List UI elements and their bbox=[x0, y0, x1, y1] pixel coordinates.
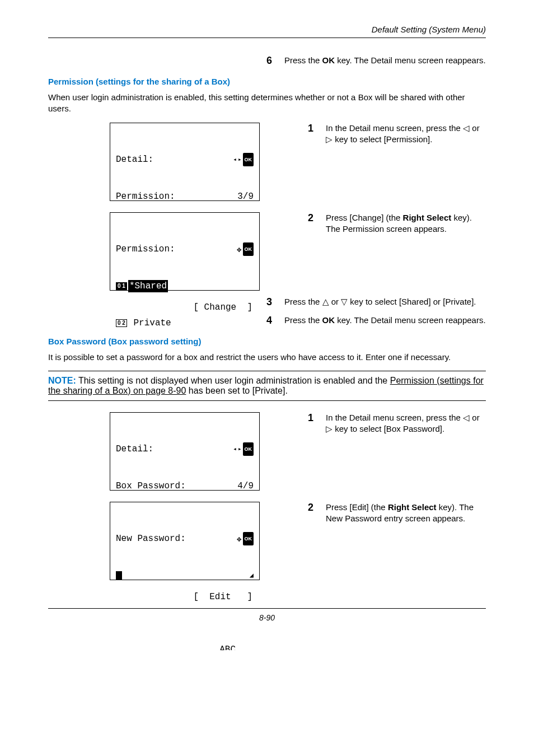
ok-icon: OK bbox=[243, 442, 254, 456]
perm-step-3-text: Press the △ or ▽ key to select [Shared] … bbox=[284, 296, 476, 307]
nav-diamond-icon: ✥ bbox=[237, 535, 241, 543]
lcd-new-password: New Password: ✥OK ◢ ABC [ Text ] bbox=[110, 502, 260, 580]
option-num-1: 0 1 bbox=[116, 282, 127, 290]
perm-step-2-num: 2 bbox=[308, 212, 318, 224]
lcd-detail-permission: Detail: ◂▸OK Permission: 3/9 Shared [ Ch… bbox=[110, 123, 260, 201]
ok-icon: OK bbox=[243, 153, 254, 166]
boxpw-desc: It is possible to set a password for a b… bbox=[48, 352, 486, 363]
option-num-2: 0 2 bbox=[116, 319, 127, 327]
boxpw-step-2-text: Press [Edit] (the Right Select key). The… bbox=[326, 502, 486, 525]
perm-step-1-num: 1 bbox=[308, 123, 318, 134]
mode-label: ABC bbox=[219, 643, 252, 650]
lcd-permission-list: Permission: ✥OK 0 1*Shared 0 2 Private bbox=[110, 212, 260, 291]
perm-step-2-text: Press [Change] (the Right Select key). T… bbox=[326, 212, 486, 235]
header-rule bbox=[48, 38, 486, 38]
nav-diamond-icon: ✥ bbox=[237, 246, 241, 254]
boxpw-step-2-num: 2 bbox=[308, 502, 318, 514]
step-6-text: Press the OK key. The Detail menu screen… bbox=[284, 55, 486, 66]
option-shared: *Shared bbox=[128, 280, 168, 292]
boxpw-step-1-num: 1 bbox=[308, 412, 318, 424]
boxpw-step-1-text: In the Detail menu screen, press the ◁ o… bbox=[326, 412, 486, 435]
perm-step-3-num: 3 bbox=[266, 296, 277, 308]
ok-icon: OK bbox=[243, 532, 254, 545]
ok-icon: OK bbox=[243, 242, 254, 256]
permission-heading: Permission (settings for the sharing of … bbox=[48, 77, 486, 86]
lcd-detail-boxpw: Detail: ◂▸OK Box Password: 4/9 ●●●●●●●●●… bbox=[110, 412, 260, 491]
page-number: 8-90 bbox=[48, 613, 486, 622]
down-arrow-icon: ◢ bbox=[250, 570, 254, 582]
step-number-6: 6 bbox=[266, 55, 277, 67]
cursor-icon bbox=[116, 571, 122, 580]
perm-step-4-num: 4 bbox=[266, 315, 277, 326]
perm-step-1-text: In the Detail menu screen, press the ◁ o… bbox=[326, 123, 486, 146]
permission-desc: When user login administration is enable… bbox=[48, 92, 486, 115]
section-title: Default Setting (System Menu) bbox=[48, 25, 486, 34]
note-box: NOTE: This setting is not displayed when… bbox=[48, 371, 486, 401]
boxpw-heading: Box Password (Box password setting) bbox=[48, 337, 486, 346]
option-private: Private bbox=[128, 317, 171, 329]
perm-step-4-text: Press the OK key. The Detail menu screen… bbox=[284, 315, 486, 326]
footer-rule bbox=[48, 608, 486, 609]
